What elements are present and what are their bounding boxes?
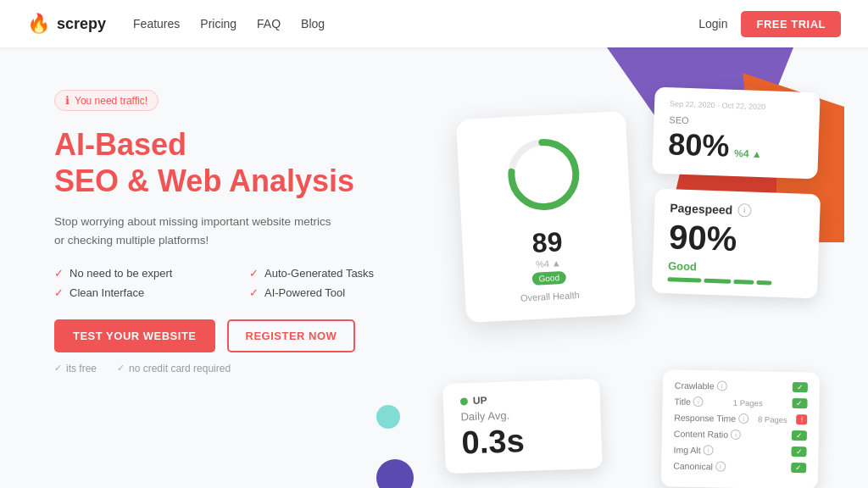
cta-notes: ✓ its free ✓ no credit card required (54, 363, 427, 374)
hero-visuals: 89 %4 ▲ Good Overall Health Sep 22, 2020… (427, 81, 827, 488)
detail-label-canonical: Canonical i (673, 461, 726, 472)
up-dot (460, 397, 468, 405)
content-info: i (731, 430, 741, 440)
features-list: ✓ No need to be expert ✓ Auto-Generated … (54, 267, 427, 299)
progress-bar-1 (667, 277, 701, 282)
feature-label-2: Auto-Generated Tasks (264, 267, 374, 280)
note-check-1: ✓ (54, 363, 62, 374)
detail-label-response: Response Time i (674, 413, 748, 424)
logo: 🔥 screpy (27, 13, 106, 35)
test-website-button[interactable]: TEST YOUR WEBSITE (54, 319, 215, 352)
note-free: ✓ its free (54, 363, 97, 374)
feature-item-4: ✓ AI-Powered Tool (249, 286, 427, 299)
pagespeed-status: Good (668, 259, 803, 277)
uptime-status-row: UP (460, 391, 583, 407)
check-icon-1: ✓ (54, 267, 64, 280)
crawlable-info: i (716, 381, 726, 391)
navbar: 🔥 screpy Features Pricing FAQ Blog Login… (0, 0, 868, 47)
traffic-badge: ℹ You need traffic! (54, 90, 159, 111)
title-info: i (693, 396, 704, 407)
content-badge: ✓ (792, 430, 807, 441)
note-check-2: ✓ (117, 363, 125, 374)
free-trial-button[interactable]: FREE TRIAL (741, 11, 841, 37)
nav-link-blog[interactable]: Blog (301, 17, 325, 30)
heading-line1: AI-Based (54, 126, 427, 163)
feature-item-1: ✓ No need to be expert (54, 267, 232, 280)
feature-item-3: ✓ Clean Interface (54, 286, 232, 299)
dot-purple (376, 459, 414, 488)
detail-row-canonical: Canonical i ✓ (673, 461, 806, 474)
logo-icon: 🔥 (27, 13, 50, 35)
gauge-svg (499, 130, 588, 219)
check-icon-2: ✓ (249, 267, 259, 280)
detail-row-response: Response Time i 8 Pages ! (674, 413, 807, 425)
feature-label-4: AI-Powered Tool (264, 286, 345, 299)
hero-heading: AI-Based SEO & Web Analysis (54, 126, 427, 199)
nav-links: Features Pricing FAQ Blog (133, 17, 325, 30)
nav-link-features[interactable]: Features (133, 17, 180, 30)
detail-label-imgalt: Img Alt i (673, 445, 713, 456)
detail-label-crawlable: Crawlable i (675, 380, 727, 391)
card-seo: Sep 22, 2020 - Oct 22, 2020 SEO 80% %4 ▲ (652, 87, 820, 180)
title-badge: ✓ (792, 398, 807, 408)
progress-bar-4 (756, 280, 771, 286)
detail-row-imgalt: Img Alt i ✓ (673, 445, 806, 458)
seo-date: Sep 22, 2020 - Oct 22, 2020 (670, 99, 804, 113)
card-overall-health: 89 %4 ▲ Good Overall Health (456, 111, 636, 323)
uptime-status: UP (473, 394, 487, 407)
title-val: 1 Pages (733, 397, 763, 408)
check-icon-4: ✓ (249, 286, 259, 299)
feature-label-1: No need to be expert (70, 267, 172, 280)
crawlable-badge: ✓ (793, 382, 808, 392)
feature-label-3: Clean Interface (70, 286, 144, 299)
card-pagespeed: Pagespeed i 90% Good (652, 189, 821, 299)
note-no-card: ✓ no credit card required (117, 363, 231, 374)
feature-item-2: ✓ Auto-Generated Tasks (249, 267, 427, 280)
pagespeed-bars (667, 277, 802, 286)
detail-row-title: Title i 1 Pages ✓ (674, 396, 807, 409)
progress-bar-3 (733, 280, 754, 285)
hero-description: Stop worrying about missing important we… (54, 213, 342, 249)
detail-row-crawlable: Crawlable i ✓ (675, 380, 808, 393)
seo-change: %4 ▲ (734, 147, 762, 160)
health-label: Overall Health (486, 288, 615, 305)
pagespeed-info-icon: i (737, 203, 752, 218)
logo-text: screpy (57, 15, 106, 33)
canonical-badge: ✓ (791, 463, 806, 473)
nav-link-pricing[interactable]: Pricing (200, 17, 236, 30)
badge-text: You need traffic! (75, 95, 147, 107)
imgalt-badge: ✓ (791, 446, 806, 457)
uptime-value: 0.3s (461, 420, 585, 461)
seo-score-value: 80% (668, 126, 730, 164)
detail-label-title: Title i (674, 396, 704, 408)
good-badge: Good (531, 271, 566, 286)
pagespeed-label: Pagespeed (670, 201, 732, 217)
card-uptime: UP Daily Avg. 0.3s (442, 379, 603, 474)
nav-right: Login FREE TRIAL (698, 11, 841, 37)
imgalt-info: i (704, 445, 714, 455)
pagespeed-header: Pagespeed i (670, 201, 804, 219)
check-icon-3: ✓ (54, 286, 64, 299)
register-now-button[interactable]: REGISTER NOW (227, 319, 356, 352)
response-info: i (738, 413, 748, 424)
canonical-info: i (715, 461, 726, 471)
response-val: 8 Pages (758, 414, 787, 424)
nav-link-faq[interactable]: FAQ (257, 17, 281, 30)
gauge-container (477, 129, 610, 224)
heading-line2: SEO & Web Analysis (54, 163, 427, 199)
dot-teal (376, 405, 400, 429)
detail-row-content: Content Ratio i ✓ (674, 429, 807, 441)
hero-content: ℹ You need traffic! AI-Based SEO & Web A… (54, 81, 427, 374)
hero-section: ℹ You need traffic! AI-Based SEO & Web A… (0, 47, 868, 488)
detail-label-content: Content Ratio i (674, 429, 741, 440)
seo-score-row: 80% %4 ▲ (668, 126, 804, 167)
response-badge: ! (797, 414, 808, 424)
pagespeed-score: 90% (668, 218, 804, 261)
progress-bar-2 (704, 279, 731, 284)
nav-left: 🔥 screpy Features Pricing FAQ Blog (27, 13, 325, 35)
login-button[interactable]: Login (698, 17, 727, 30)
cta-row: TEST YOUR WEBSITE REGISTER NOW (54, 319, 427, 352)
info-icon: ℹ (65, 94, 70, 107)
card-details: Crawlable i ✓ Title i 1 Pages ✓ Response… (661, 369, 820, 488)
